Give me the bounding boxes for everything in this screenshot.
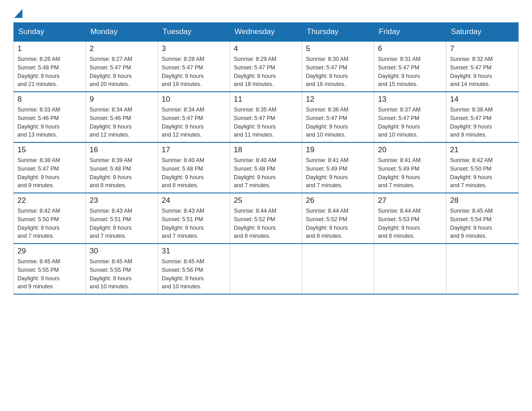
day-info: Sunrise: 8:34 AMSunset: 5:47 PMDaylight:… bbox=[162, 106, 226, 139]
day-number: 15 bbox=[17, 146, 82, 154]
day-info: Sunrise: 8:29 AMSunset: 5:47 PMDaylight:… bbox=[234, 55, 298, 89]
day-info: Sunrise: 8:41 AMSunset: 5:49 PMDaylight:… bbox=[306, 156, 370, 190]
day-info: Sunrise: 8:45 AMSunset: 5:56 PMDaylight:… bbox=[162, 257, 226, 291]
logo bbox=[13, 9, 22, 18]
day-info: Sunrise: 8:40 AMSunset: 5:48 PMDaylight:… bbox=[234, 156, 298, 190]
calendar-cell: 14 Sunrise: 8:38 AMSunset: 5:47 PMDaylig… bbox=[446, 92, 519, 142]
calendar-cell: 4 Sunrise: 8:29 AMSunset: 5:47 PMDayligh… bbox=[230, 41, 302, 92]
day-info: Sunrise: 8:30 AMSunset: 5:47 PMDaylight:… bbox=[306, 55, 370, 89]
calendar-cell bbox=[374, 244, 446, 294]
calendar-cell: 13 Sunrise: 8:37 AMSunset: 5:47 PMDaylig… bbox=[374, 92, 446, 142]
day-number: 20 bbox=[378, 146, 442, 154]
weekday-header-saturday: Saturday bbox=[446, 23, 519, 42]
calendar-cell: 28 Sunrise: 8:45 AMSunset: 5:54 PMDaylig… bbox=[446, 193, 519, 244]
calendar-cell: 23 Sunrise: 8:43 AMSunset: 5:51 PMDaylig… bbox=[86, 193, 158, 244]
day-info: Sunrise: 8:41 AMSunset: 5:49 PMDaylight:… bbox=[378, 156, 442, 190]
day-number: 22 bbox=[17, 196, 82, 205]
day-number: 3 bbox=[162, 44, 226, 53]
calendar-cell: 6 Sunrise: 8:31 AMSunset: 5:47 PMDayligh… bbox=[374, 41, 446, 92]
weekday-header-monday: Monday bbox=[86, 23, 158, 42]
calendar-cell: 10 Sunrise: 8:34 AMSunset: 5:47 PMDaylig… bbox=[158, 92, 230, 142]
day-number: 14 bbox=[450, 95, 515, 104]
day-info: Sunrise: 8:26 AMSunset: 5:48 PMDaylight:… bbox=[17, 55, 82, 89]
calendar-cell: 19 Sunrise: 8:41 AMSunset: 5:49 PMDaylig… bbox=[302, 142, 374, 193]
day-number: 21 bbox=[450, 146, 515, 154]
day-info: Sunrise: 8:45 AMSunset: 5:55 PMDaylight:… bbox=[90, 257, 154, 291]
calendar-cell: 31 Sunrise: 8:45 AMSunset: 5:56 PMDaylig… bbox=[158, 244, 230, 294]
day-number: 10 bbox=[162, 95, 226, 104]
calendar-table: SundayMondayTuesdayWednesdayThursdayFrid… bbox=[13, 22, 519, 295]
day-number: 25 bbox=[234, 196, 298, 205]
calendar-cell: 26 Sunrise: 8:44 AMSunset: 5:52 PMDaylig… bbox=[302, 193, 374, 244]
calendar-cell bbox=[230, 244, 302, 294]
day-info: Sunrise: 8:28 AMSunset: 5:47 PMDaylight:… bbox=[162, 55, 226, 89]
calendar-cell: 18 Sunrise: 8:40 AMSunset: 5:48 PMDaylig… bbox=[230, 142, 302, 193]
page-header bbox=[13, 9, 519, 18]
weekday-header-friday: Friday bbox=[374, 23, 446, 42]
day-number: 27 bbox=[378, 196, 442, 205]
day-number: 28 bbox=[450, 196, 515, 205]
day-number: 17 bbox=[162, 146, 226, 154]
day-info: Sunrise: 8:42 AMSunset: 5:50 PMDaylight:… bbox=[17, 207, 82, 240]
day-info: Sunrise: 8:37 AMSunset: 5:47 PMDaylight:… bbox=[378, 106, 442, 139]
weekday-header-sunday: Sunday bbox=[14, 23, 86, 42]
day-info: Sunrise: 8:38 AMSunset: 5:47 PMDaylight:… bbox=[17, 156, 82, 190]
weekday-header-row: SundayMondayTuesdayWednesdayThursdayFrid… bbox=[14, 23, 519, 42]
day-info: Sunrise: 8:44 AMSunset: 5:52 PMDaylight:… bbox=[234, 207, 298, 240]
calendar-week-row: 22 Sunrise: 8:42 AMSunset: 5:50 PMDaylig… bbox=[14, 193, 519, 244]
day-info: Sunrise: 8:38 AMSunset: 5:47 PMDaylight:… bbox=[450, 106, 515, 139]
day-number: 9 bbox=[90, 95, 154, 104]
calendar-cell: 15 Sunrise: 8:38 AMSunset: 5:47 PMDaylig… bbox=[14, 142, 86, 193]
calendar-cell: 8 Sunrise: 8:33 AMSunset: 5:46 PMDayligh… bbox=[14, 92, 86, 142]
day-info: Sunrise: 8:40 AMSunset: 5:48 PMDaylight:… bbox=[162, 156, 226, 190]
day-number: 16 bbox=[90, 146, 154, 154]
day-number: 13 bbox=[378, 95, 442, 104]
day-number: 11 bbox=[234, 95, 298, 104]
day-number: 7 bbox=[450, 44, 515, 53]
calendar-cell: 25 Sunrise: 8:44 AMSunset: 5:52 PMDaylig… bbox=[230, 193, 302, 244]
day-number: 2 bbox=[90, 44, 154, 53]
day-number: 4 bbox=[234, 44, 298, 53]
calendar-cell: 27 Sunrise: 8:44 AMSunset: 5:53 PMDaylig… bbox=[374, 193, 446, 244]
day-number: 19 bbox=[306, 146, 370, 154]
calendar-week-row: 15 Sunrise: 8:38 AMSunset: 5:47 PMDaylig… bbox=[14, 142, 519, 193]
day-info: Sunrise: 8:42 AMSunset: 5:50 PMDaylight:… bbox=[450, 156, 515, 190]
logo-triangle-icon bbox=[14, 9, 22, 18]
day-info: Sunrise: 8:45 AMSunset: 5:54 PMDaylight:… bbox=[450, 207, 515, 240]
calendar-cell: 30 Sunrise: 8:45 AMSunset: 5:55 PMDaylig… bbox=[86, 244, 158, 294]
day-info: Sunrise: 8:34 AMSunset: 5:46 PMDaylight:… bbox=[90, 106, 154, 139]
calendar-cell: 16 Sunrise: 8:39 AMSunset: 5:48 PMDaylig… bbox=[86, 142, 158, 193]
weekday-header-wednesday: Wednesday bbox=[230, 23, 302, 42]
day-info: Sunrise: 8:43 AMSunset: 5:51 PMDaylight:… bbox=[90, 207, 154, 240]
calendar-cell: 20 Sunrise: 8:41 AMSunset: 5:49 PMDaylig… bbox=[374, 142, 446, 193]
day-info: Sunrise: 8:36 AMSunset: 5:47 PMDaylight:… bbox=[306, 106, 370, 139]
calendar-cell: 7 Sunrise: 8:32 AMSunset: 5:47 PMDayligh… bbox=[446, 41, 519, 92]
calendar-cell: 11 Sunrise: 8:35 AMSunset: 5:47 PMDaylig… bbox=[230, 92, 302, 142]
weekday-header-thursday: Thursday bbox=[302, 23, 374, 42]
day-number: 23 bbox=[90, 196, 154, 205]
day-number: 24 bbox=[162, 196, 226, 205]
calendar-cell: 29 Sunrise: 8:45 AMSunset: 5:55 PMDaylig… bbox=[14, 244, 86, 294]
day-number: 8 bbox=[17, 95, 82, 104]
day-number: 26 bbox=[306, 196, 370, 205]
day-number: 31 bbox=[162, 247, 226, 256]
day-number: 1 bbox=[17, 44, 82, 53]
day-info: Sunrise: 8:45 AMSunset: 5:55 PMDaylight:… bbox=[17, 257, 82, 291]
day-number: 6 bbox=[378, 44, 442, 53]
calendar-cell: 17 Sunrise: 8:40 AMSunset: 5:48 PMDaylig… bbox=[158, 142, 230, 193]
calendar-cell: 9 Sunrise: 8:34 AMSunset: 5:46 PMDayligh… bbox=[86, 92, 158, 142]
calendar-cell: 2 Sunrise: 8:27 AMSunset: 5:47 PMDayligh… bbox=[86, 41, 158, 92]
day-number: 5 bbox=[306, 44, 370, 53]
day-info: Sunrise: 8:39 AMSunset: 5:48 PMDaylight:… bbox=[90, 156, 154, 190]
day-number: 18 bbox=[234, 146, 298, 154]
day-info: Sunrise: 8:35 AMSunset: 5:47 PMDaylight:… bbox=[234, 106, 298, 139]
svg-marker-0 bbox=[14, 9, 22, 18]
calendar-cell: 21 Sunrise: 8:42 AMSunset: 5:50 PMDaylig… bbox=[446, 142, 519, 193]
day-info: Sunrise: 8:32 AMSunset: 5:47 PMDaylight:… bbox=[450, 55, 515, 89]
calendar-cell: 22 Sunrise: 8:42 AMSunset: 5:50 PMDaylig… bbox=[14, 193, 86, 244]
day-info: Sunrise: 8:43 AMSunset: 5:51 PMDaylight:… bbox=[162, 207, 226, 240]
calendar-cell bbox=[302, 244, 374, 294]
day-info: Sunrise: 8:44 AMSunset: 5:53 PMDaylight:… bbox=[378, 207, 442, 240]
calendar-week-row: 29 Sunrise: 8:45 AMSunset: 5:55 PMDaylig… bbox=[14, 244, 519, 294]
day-number: 30 bbox=[90, 247, 154, 256]
